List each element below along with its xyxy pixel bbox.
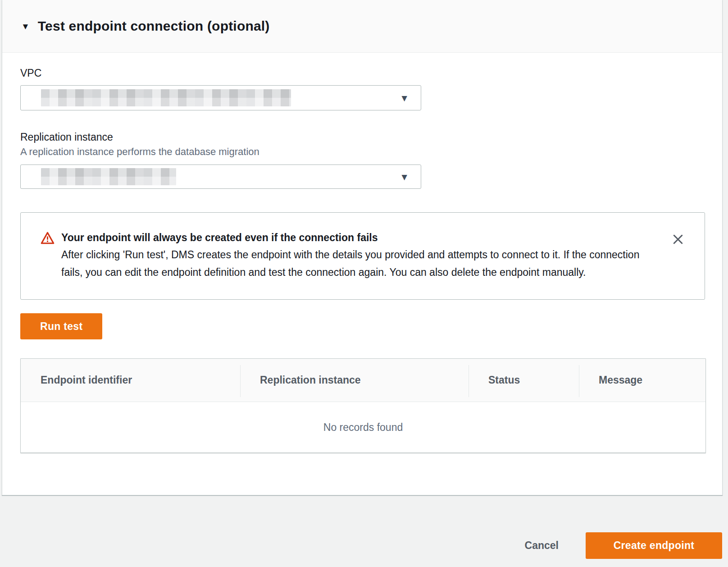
warning-triangle-icon: [41, 231, 55, 247]
column-header-endpoint-identifier: Endpoint identifier: [21, 359, 240, 402]
section-body: VPC ▼ Replication instance A replication…: [2, 53, 722, 471]
vpc-label: VPC: [20, 66, 704, 80]
replication-instance-field-group: Replication instance A replication insta…: [20, 130, 704, 189]
footer-action-bar: Cancel Create endpoint: [0, 496, 728, 567]
table-header-row: Endpoint identifier Replication instance…: [21, 359, 705, 402]
column-header-replication-instance: Replication instance: [240, 359, 469, 402]
warning-alert: Your endpoint will always be created eve…: [20, 212, 705, 300]
close-icon[interactable]: [669, 231, 687, 248]
test-results-table: Endpoint identifier Replication instance…: [20, 358, 706, 453]
vpc-redacted-value: [41, 89, 291, 106]
section-title: Test endpoint connection (optional): [38, 18, 270, 34]
vpc-field-group: VPC ▼: [20, 66, 704, 110]
table-empty-message: No records found: [21, 402, 705, 453]
cancel-button[interactable]: Cancel: [520, 532, 563, 558]
vpc-select[interactable]: ▼: [20, 85, 421, 110]
alert-body: After clicking 'Run test', DMS creates t…: [61, 246, 647, 281]
run-test-button[interactable]: Run test: [20, 313, 102, 339]
column-header-message: Message: [579, 359, 705, 402]
alert-title: Your endpoint will always be created eve…: [61, 230, 669, 245]
section-header-toggle[interactable]: ▼ Test endpoint connection (optional): [2, 0, 722, 53]
chevron-down-icon: ▼: [400, 172, 409, 182]
replication-instance-select[interactable]: ▼: [20, 165, 421, 189]
chevron-down-icon: ▼: [400, 93, 409, 103]
column-header-status: Status: [469, 359, 579, 402]
test-endpoint-connection-panel: ▼ Test endpoint connection (optional) VP…: [2, 0, 723, 495]
replication-instance-description: A replication instance performs the data…: [20, 146, 704, 158]
replication-instance-label: Replication instance: [20, 130, 704, 144]
replication-instance-redacted-value: [41, 168, 176, 185]
alert-text: Your endpoint will always be created eve…: [55, 230, 669, 281]
create-endpoint-button[interactable]: Create endpoint: [586, 532, 722, 559]
caret-down-icon: ▼: [21, 22, 30, 31]
